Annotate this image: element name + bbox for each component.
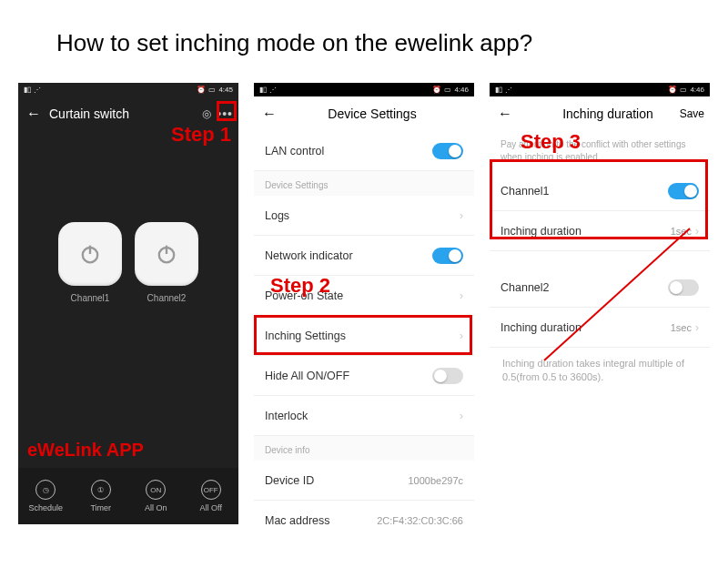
network-toggle[interactable] (432, 248, 463, 264)
page-title: How to set inching mode on the ewelink a… (0, 0, 728, 57)
chevron-right-icon: › (460, 289, 463, 302)
hideall-toggle[interactable] (432, 368, 463, 384)
step3-label: Step 3 (521, 130, 581, 154)
section-settings: Device Settings (254, 171, 474, 196)
step1-label: Step 1 (171, 123, 231, 147)
row-duration1[interactable]: Inching duration1sec› (490, 211, 710, 251)
row-label: Inching duration (500, 225, 581, 238)
timer-icon: ① (91, 480, 111, 500)
phone-1: ▮▯⋰ ⏰▭4:45 ← Curtain switch ◎ ••• Channe… (18, 83, 238, 524)
app-label: eWeLink APP (27, 440, 144, 461)
row-label: Interlock (265, 410, 308, 422)
phones-row: ▮▯⋰ ⏰▭4:45 ← Curtain switch ◎ ••• Channe… (0, 57, 728, 524)
chevron-right-icon: › (460, 410, 463, 422)
statusbar: ▮▯⋰ ⏰▭4:46 (490, 83, 710, 96)
chevron-right-icon: › (695, 225, 699, 238)
clock-text: 4:46 (690, 86, 704, 94)
signal-icon: ▮▯ (24, 86, 31, 94)
wifi-icon: ⋰ (269, 86, 277, 94)
row-logs[interactable]: Logs› (254, 196, 474, 236)
channel2-toggle[interactable] (668, 279, 699, 296)
row-label: Inching Settings (265, 329, 346, 342)
schedule-label: Schedule (28, 503, 63, 512)
row-channel1[interactable]: Channel1 (490, 171, 710, 211)
step2-label: Step 2 (270, 274, 330, 298)
row-duration2[interactable]: Inching duration1sec› (490, 308, 710, 348)
section-info: Device info (254, 436, 474, 461)
back-icon[interactable]: ← (497, 106, 513, 122)
row-interlock[interactable]: Interlock› (254, 396, 474, 436)
bottombar: ◷Schedule ①Timer ONAll On OFFAll Off (18, 468, 238, 524)
back-icon[interactable]: ← (261, 106, 278, 122)
timer-label: Timer (90, 503, 111, 512)
alloff-label: All Off (200, 503, 222, 512)
chevron-right-icon: › (460, 329, 463, 342)
allon-button[interactable]: ONAll On (128, 468, 184, 524)
mac-value: 2C:F4:32:C0:3C:66 (377, 515, 463, 525)
chevron-right-icon: › (460, 209, 463, 222)
phone-3: ▮▯⋰ ⏰▭4:46 ← Inching duration Save Pay a… (490, 83, 710, 524)
duration2-value: 1sec (671, 322, 692, 333)
appbar: ← Device Settings (254, 96, 474, 131)
row-inching[interactable]: Inching Settings› (254, 316, 474, 356)
alarm-icon: ⏰ (432, 86, 441, 94)
row-hideall[interactable]: Hide All ON/OFF (254, 356, 474, 396)
row-label: Hide All ON/OFF (265, 370, 349, 382)
timer-button[interactable]: ①Timer (74, 468, 129, 524)
row-deviceid: Device ID1000be297c (254, 461, 474, 501)
duration1-value: 1sec (671, 226, 692, 237)
chevron-right-icon: › (695, 321, 699, 334)
alarm-icon: ⏰ (197, 86, 206, 94)
more-icon[interactable]: ••• (217, 106, 233, 121)
row-label: LAN control (265, 145, 324, 157)
row-label: Network indicator (265, 249, 353, 262)
row-mac: Mac address2C:F4:32:C0:3C:66 (254, 501, 474, 524)
off-icon: OFF (201, 480, 221, 500)
channel1-button[interactable] (58, 222, 122, 286)
row-label: Mac address (265, 514, 330, 525)
row-channel2[interactable]: Channel2 (490, 268, 710, 308)
channels-area: Channel1 Channel2 (18, 186, 238, 303)
row-label: Device ID (265, 474, 314, 487)
on-icon: ON (146, 480, 166, 500)
wifi-icon: ⋰ (34, 86, 41, 94)
battery-icon: ▭ (444, 86, 451, 94)
allon-label: All On (145, 503, 167, 512)
lan-toggle[interactable] (432, 143, 463, 159)
channel1-toggle[interactable] (668, 183, 699, 199)
deviceid-value: 1000be297c (408, 475, 463, 486)
clock-icon: ◷ (35, 480, 56, 500)
row-label: Inching duration (500, 321, 581, 334)
appbar: ← Inching duration Save (490, 96, 710, 131)
phone-2: ▮▯⋰ ⏰▭4:46 ← Device Settings LAN control… (254, 83, 474, 524)
power-icon (77, 241, 103, 267)
row-label: Channel1 (500, 185, 550, 198)
battery-icon: ▭ (208, 86, 216, 94)
channel2-button[interactable] (135, 222, 198, 286)
signal-icon: ▮▯ (495, 86, 502, 94)
clock-text: 4:45 (218, 86, 233, 94)
signal-icon: ▮▯ (259, 86, 267, 94)
save-button[interactable]: Save (680, 107, 704, 120)
footnote: Inching duration takes integral multiple… (490, 348, 710, 394)
clock-text: 4:46 (454, 86, 469, 94)
channel1-label: Channel1 (71, 293, 110, 303)
wifi-icon: ⋰ (505, 86, 512, 94)
row-label: Channel2 (500, 281, 550, 294)
power-icon (154, 241, 179, 267)
schedule-button[interactable]: ◷Schedule (18, 468, 74, 524)
screen-title: Device Settings (278, 106, 467, 121)
statusbar: ▮▯⋰ ⏰▭4:46 (254, 83, 474, 96)
alloff-button[interactable]: OFFAll Off (184, 468, 239, 524)
back-icon[interactable]: ← (25, 106, 42, 122)
screen-title: Inching duration (513, 106, 703, 121)
alarm-icon: ⏰ (668, 86, 677, 94)
channel2-label: Channel2 (147, 293, 187, 303)
target-icon[interactable]: ◎ (202, 107, 211, 120)
battery-icon: ▭ (680, 86, 687, 94)
row-label: Logs (265, 209, 289, 222)
row-lan[interactable]: LAN control (254, 131, 474, 171)
row-network[interactable]: Network indicator (254, 236, 474, 276)
statusbar: ▮▯⋰ ⏰▭4:45 (18, 83, 238, 96)
